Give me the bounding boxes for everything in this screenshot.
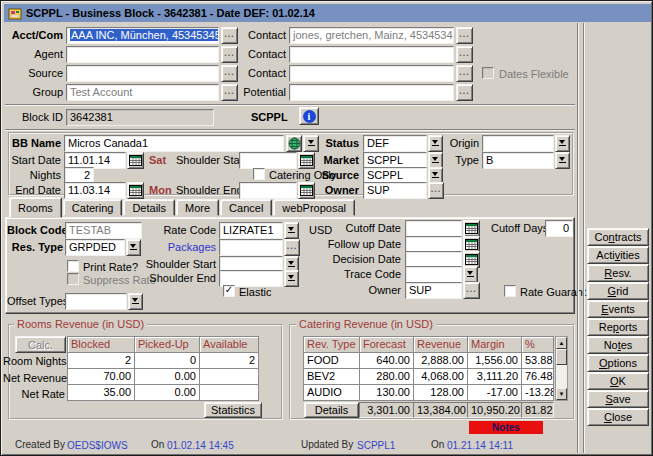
- source-label: Source: [9, 65, 63, 81]
- net-revenue-blocked: 70.00: [67, 368, 135, 385]
- packages-link[interactable]: Packages: [159, 239, 216, 255]
- check-icon: ✓: [224, 285, 234, 295]
- catering-row-revenue: 4,068.00: [413, 368, 468, 385]
- catering-only-checkbox[interactable]: [253, 168, 265, 180]
- created-on-label: On: [151, 439, 164, 450]
- contact1-lov-button[interactable]: ...: [456, 27, 473, 44]
- elastic-checkbox[interactable]: ✓: [223, 285, 235, 297]
- arrow-up-icon: ▲: [559, 340, 565, 346]
- tab-more[interactable]: More: [176, 199, 219, 216]
- rate-code-field[interactable]: LIZRATE1: [219, 222, 283, 239]
- start-date-calendar-button[interactable]: [127, 152, 144, 169]
- ok-button[interactable]: OK: [587, 372, 649, 390]
- bb-name-field[interactable]: Micros Canada1: [64, 135, 284, 152]
- contact2-label: Contact: [231, 46, 286, 62]
- acct-com-field[interactable]: AAA INC, München, 45345345: [66, 27, 219, 44]
- suppress-rate-checkbox[interactable]: [67, 273, 79, 285]
- room-nights-picked: 0: [134, 352, 200, 369]
- res-type-lov-button[interactable]: [126, 239, 141, 256]
- created-by-value: OEDS$IOWS: [67, 440, 128, 451]
- resv-button[interactable]: Resv.: [587, 264, 649, 282]
- trace-code-field[interactable]: [405, 266, 462, 283]
- contact3-field[interactable]: [289, 65, 454, 82]
- block-code-label: Block Code: [7, 222, 63, 238]
- offset-types-lov-button[interactable]: [128, 293, 143, 310]
- business-block-window: SCPPL - Business Block - 3642381 - Date …: [0, 0, 653, 456]
- grid-button[interactable]: Grid: [587, 282, 649, 300]
- tab-cancel[interactable]: Cancel: [220, 199, 272, 216]
- packages-lov-button[interactable]: ...: [284, 239, 300, 256]
- tab-owner-lov-button[interactable]: ...: [463, 282, 480, 299]
- calc-button[interactable]: Calc.: [15, 336, 66, 353]
- contact3-lov-button[interactable]: ...: [456, 65, 473, 82]
- translate-button[interactable]: [286, 135, 302, 152]
- rate-guarant-checkbox[interactable]: [504, 285, 516, 297]
- block-owner-field[interactable]: SUP: [363, 182, 427, 199]
- source-field[interactable]: [66, 65, 219, 82]
- trace-code-lov-button[interactable]: [463, 266, 478, 283]
- tab-owner-field[interactable]: SUP: [405, 282, 462, 299]
- info-button[interactable]: i: [299, 107, 319, 125]
- contact1-field[interactable]: jones, gretchen, Mainz, 45345345: [289, 27, 454, 44]
- tab-rooms[interactable]: Rooms: [9, 197, 62, 218]
- rate-code-lov-button[interactable]: [284, 222, 299, 239]
- details-button[interactable]: Details: [304, 402, 359, 418]
- contact2-field[interactable]: [289, 46, 454, 63]
- room-nights-label: Room Nights: [3, 353, 65, 369]
- tab-shoulder-end-lov-button[interactable]: [284, 270, 299, 287]
- status-field[interactable]: DEF: [363, 135, 427, 152]
- options-button[interactable]: Options: [587, 354, 649, 372]
- agent-field[interactable]: [66, 46, 219, 63]
- offset-types-field[interactable]: [65, 293, 127, 310]
- scroll-up-button[interactable]: ▲: [556, 337, 567, 349]
- type-lov-button[interactable]: [555, 152, 570, 169]
- contracts-button[interactable]: Contracts: [587, 228, 649, 246]
- potential-lov-button[interactable]: ...: [456, 84, 473, 101]
- updated-on-value: 01.21.14 14:11: [447, 440, 513, 451]
- status-lov-button[interactable]: [428, 135, 443, 152]
- print-rate-checkbox[interactable]: [67, 260, 79, 272]
- arrow-down-icon: ▼: [559, 391, 565, 397]
- tab-webproposal[interactable]: webProposal: [273, 199, 355, 216]
- potential-label: Potential: [231, 84, 286, 100]
- contact2-lov-button[interactable]: ...: [456, 46, 473, 63]
- scroll-down-button[interactable]: ▼: [556, 388, 567, 400]
- dropdown-icon: [432, 140, 439, 147]
- type-field[interactable]: B: [482, 152, 554, 169]
- activities-button[interactable]: Activities: [587, 246, 649, 264]
- cutoff-date-field[interactable]: [405, 220, 462, 237]
- save-button[interactable]: Save: [587, 390, 649, 408]
- calendar-icon: [465, 222, 478, 235]
- events-button[interactable]: Events: [587, 300, 649, 318]
- tab-details[interactable]: Details: [123, 199, 175, 216]
- calendar-icon: [129, 184, 142, 197]
- origin-lov-button[interactable]: [555, 135, 570, 152]
- cutoff-date-calendar-button[interactable]: [463, 220, 480, 237]
- ellipsis-icon: ...: [459, 67, 470, 77]
- close-button[interactable]: Close: [587, 408, 649, 426]
- ellipsis-icon: ...: [459, 48, 470, 58]
- packages-field[interactable]: [219, 239, 283, 256]
- scroll-thumb[interactable]: [556, 349, 567, 365]
- catering-row-type: AUDIO: [303, 384, 360, 401]
- reports-button[interactable]: Reports: [587, 318, 649, 336]
- potential-field[interactable]: [289, 84, 454, 101]
- acct-com-label: Acct/Com: [9, 27, 63, 43]
- contact1-label: Contact: [231, 27, 286, 43]
- catering-row-type: BEV2: [303, 368, 360, 385]
- window-title: SCPPL - Business Block - 3642381 - Date …: [26, 7, 315, 19]
- catering-scrollbar[interactable]: ▲ ▼: [555, 336, 568, 401]
- statistics-button[interactable]: Statistics: [204, 402, 262, 418]
- notes-button[interactable]: Notes: [587, 336, 649, 354]
- cutoff-days-field[interactable]: 0: [545, 220, 573, 237]
- tab-catering[interactable]: Catering: [63, 199, 123, 216]
- status-label: Status: [307, 135, 359, 151]
- origin-field[interactable]: [482, 135, 554, 152]
- dates-flexible-checkbox[interactable]: [482, 67, 494, 79]
- group-field[interactable]: Test Account: [66, 84, 219, 101]
- block-owner-lov-button[interactable]: ...: [428, 182, 444, 199]
- titlebar[interactable]: SCPPL - Business Block - 3642381 - Date …: [4, 4, 651, 22]
- rooms-col-picked-up: Picked-Up: [134, 336, 200, 353]
- res-type-field[interactable]: GRPDED: [65, 239, 125, 256]
- net-revenue-picked: 0.00: [134, 368, 200, 385]
